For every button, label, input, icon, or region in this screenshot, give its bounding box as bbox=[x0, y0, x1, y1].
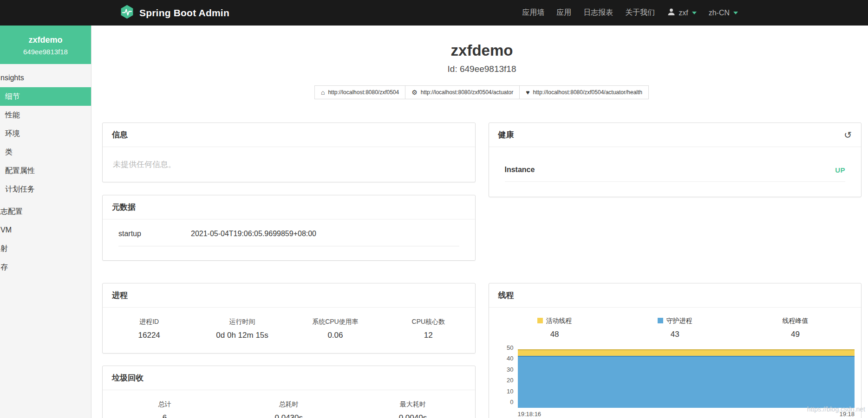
threads-card: 线程 活动线程 48 守护进程 bbox=[489, 283, 862, 418]
heart-icon: ♥ bbox=[526, 90, 529, 95]
page-title: zxfdemo bbox=[102, 41, 861, 60]
metadata-card: 元数据 startup 2021-05-04T19:06:05.9699859+… bbox=[102, 195, 476, 261]
brand-title: Spring Boot Admin bbox=[139, 7, 229, 19]
metadata-key: startup bbox=[118, 230, 191, 238]
service-url-button[interactable]: ⌂ http://localhost:8080/zxf0504 bbox=[314, 85, 405, 99]
metadata-row: startup 2021-05-04T19:06:05.9699859+08:0… bbox=[118, 222, 459, 246]
health-url-label: http://localhost:8080/zxf0504/actuator/h… bbox=[533, 89, 643, 96]
user-name: zxf bbox=[679, 9, 688, 17]
sidebar-item-mappings[interactable]: 射 bbox=[0, 239, 91, 258]
spring-boot-admin-logo-icon bbox=[120, 5, 134, 21]
info-card-header: 信息 bbox=[103, 123, 475, 147]
threads-chart-y-axis: 50 40 30 20 10 0 bbox=[495, 345, 518, 405]
threads-chart-x-axis: 19:18:16 19:18 bbox=[518, 411, 855, 418]
threads-daemon-area bbox=[518, 356, 855, 408]
threads-chart-plot bbox=[518, 347, 855, 408]
legend-swatch-live bbox=[537, 318, 543, 323]
stat-pid: 进程ID 16224 bbox=[103, 318, 196, 340]
instance-links: ⌂ http://localhost:8080/zxf0504 ⚙ http:/… bbox=[102, 85, 861, 99]
home-icon: ⌂ bbox=[321, 90, 325, 95]
sidebar-group-insights[interactable]: nsights bbox=[0, 69, 91, 87]
nav-link-about-us[interactable]: 关于我们 bbox=[625, 8, 655, 18]
instance-id: Id: 649ee9813f18 bbox=[102, 64, 861, 74]
sidebar-item-performance[interactable]: 性能 bbox=[0, 106, 91, 124]
sidebar-item-classes[interactable]: 类 bbox=[0, 143, 91, 161]
sidebar-item-config-properties[interactable]: 配置属性 bbox=[0, 161, 91, 180]
service-url-label: http://localhost:8080/zxf0504 bbox=[328, 89, 399, 96]
sidebar-app-header: zxfdemo 649ee9813f18 bbox=[0, 26, 91, 64]
stat-gc-count: 总计 6 bbox=[103, 400, 227, 418]
user-menu[interactable]: zxf bbox=[667, 7, 696, 18]
gc-card-header: 垃圾回收 bbox=[103, 366, 475, 390]
metadata-card-title: 元数据 bbox=[112, 202, 136, 212]
threads-chart: 50 40 30 20 10 0 bbox=[495, 347, 856, 418]
locale-label: zh-CN bbox=[709, 9, 730, 17]
info-card-title: 信息 bbox=[112, 129, 128, 140]
sidebar-item-environment[interactable]: 环境 bbox=[0, 124, 91, 143]
stat-gc-total-time: 总耗时 0.0430s bbox=[227, 400, 351, 418]
process-card-title: 进程 bbox=[112, 290, 128, 301]
health-instance-label: Instance bbox=[505, 166, 535, 174]
legend-live-threads: 活动线程 48 bbox=[495, 317, 615, 339]
stat-gc-max-time: 最大耗时 0.0040s bbox=[351, 400, 475, 418]
gc-card-title: 垃圾回收 bbox=[112, 373, 144, 383]
health-card-title: 健康 bbox=[498, 129, 514, 140]
info-empty-text: 未提供任何信息。 bbox=[103, 147, 475, 182]
locale-selector[interactable]: zh-CN bbox=[709, 9, 738, 17]
nav-link-applications[interactable]: 应用 bbox=[556, 8, 571, 18]
metadata-card-header: 元数据 bbox=[103, 195, 475, 219]
sidebar-app-name: zxfdemo bbox=[2, 35, 89, 45]
brand[interactable]: Spring Boot Admin bbox=[120, 5, 229, 21]
nav-link-application-wall[interactable]: 应用墙 bbox=[522, 8, 544, 18]
stat-cpu-cores: CPU核心数 12 bbox=[382, 318, 475, 340]
top-navbar: Spring Boot Admin 应用墙 应用 日志报表 关于我们 zxf z… bbox=[0, 0, 868, 26]
chevron-down-icon bbox=[692, 12, 697, 14]
sidebar: zxfdemo 649ee9813f18 nsights 细节 性能 环境 类 … bbox=[0, 26, 91, 418]
stat-uptime: 运行时间 0d 0h 12m 15s bbox=[196, 318, 288, 340]
navbar-links: 应用墙 应用 日志报表 关于我们 zxf zh-CN bbox=[522, 7, 738, 18]
sidebar-item-jvm[interactable]: VM bbox=[0, 221, 91, 239]
nav-link-log-report[interactable]: 日志报表 bbox=[583, 8, 613, 18]
health-card: 健康 ↺ Instance UP bbox=[489, 122, 862, 197]
stat-cpu-usage: 系统CPU使用率 0.06 bbox=[289, 318, 382, 340]
health-status-badge: UP bbox=[835, 166, 845, 174]
instance-header: zxfdemo Id: 649ee9813f18 bbox=[102, 41, 861, 74]
metadata-value: 2021-05-04T19:06:05.9699859+08:00 bbox=[191, 230, 316, 238]
history-icon[interactable]: ↺ bbox=[844, 131, 852, 139]
chevron-down-icon bbox=[733, 12, 738, 14]
health-card-header: 健康 ↺ bbox=[489, 123, 861, 147]
user-icon bbox=[667, 7, 676, 18]
info-card: 信息 未提供任何信息。 bbox=[102, 122, 476, 182]
wrench-icon: ⚙ bbox=[411, 90, 418, 95]
actuator-url-button[interactable]: ⚙ http://localhost:8080/zxf0504/actuator bbox=[405, 85, 520, 99]
process-card: 进程 进程ID 16224 运行时间 0d 0h 12m 15s 系统CPU使用… bbox=[102, 283, 476, 354]
legend-daemon-threads: 守护进程 43 bbox=[615, 317, 735, 339]
sidebar-item-scheduled-tasks[interactable]: 计划任务 bbox=[0, 180, 91, 199]
legend-peak-threads: 线程峰值 49 bbox=[735, 317, 855, 339]
sidebar-item-caches[interactable]: 存 bbox=[0, 258, 91, 277]
main-content: zxfdemo Id: 649ee9813f18 ⌂ http://localh… bbox=[91, 26, 868, 418]
threads-card-header: 线程 bbox=[489, 283, 861, 308]
legend-swatch-daemon bbox=[658, 318, 663, 323]
sidebar-app-id: 649ee9813f18 bbox=[2, 48, 89, 56]
process-card-header: 进程 bbox=[103, 283, 475, 308]
health-url-button[interactable]: ♥ http://localhost:8080/zxf0504/actuator… bbox=[519, 85, 649, 99]
threads-card-title: 线程 bbox=[498, 290, 514, 301]
sidebar-item-details[interactable]: 细节 bbox=[0, 87, 91, 106]
health-instance-row: Instance UP bbox=[505, 158, 846, 182]
sidebar-item-log-config[interactable]: 志配置 bbox=[0, 202, 91, 221]
threads-live-area bbox=[518, 349, 855, 356]
threads-legend: 活动线程 48 守护进程 43 线程峰值 49 bbox=[495, 317, 856, 339]
sidebar-nav: nsights 细节 性能 环境 类 配置属性 计划任务 志配置 VM 射 存 bbox=[0, 69, 91, 277]
gc-card: 垃圾回收 总计 6 总耗时 0.0430s 最大耗时 0. bbox=[102, 366, 476, 418]
actuator-url-label: http://localhost:8080/zxf0504/actuator bbox=[421, 89, 513, 96]
